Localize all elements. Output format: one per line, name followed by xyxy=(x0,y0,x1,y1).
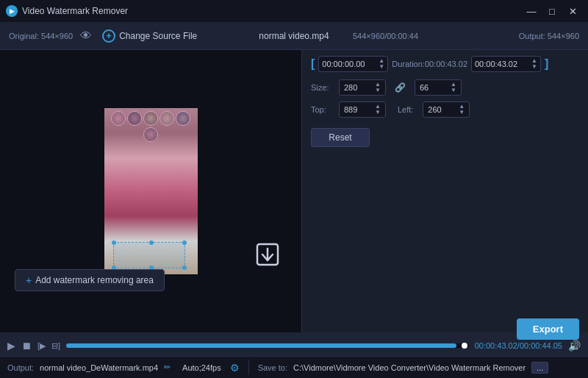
top-down[interactable]: ▼ xyxy=(375,110,381,115)
clip-start-button[interactable]: [▶ xyxy=(37,341,46,351)
photo-circle xyxy=(159,111,174,126)
left-input-group: ▲ ▼ xyxy=(423,101,470,118)
photo-circle xyxy=(143,111,158,126)
time-display: 00:00:43.02/00:00:44.05 xyxy=(475,341,562,350)
progress-bar-fill xyxy=(66,343,456,348)
time-range-controls: [ ▲ ▼ Duration:00:00:43.02 ▲ ▼ ] xyxy=(311,56,579,72)
start-time-spin: ▲ ▼ xyxy=(379,58,384,70)
left-down[interactable]: ▼ xyxy=(459,110,465,115)
output-format: Auto;24fps xyxy=(182,363,221,372)
video-frame xyxy=(104,108,198,274)
end-time-input-group: ▲ ▼ xyxy=(471,56,541,72)
watermark-selection-box[interactable] xyxy=(113,242,185,268)
add-watermark-label: Add watermark removing area xyxy=(35,275,154,285)
photo-circle xyxy=(176,111,190,126)
top-input-group: ▲ ▼ xyxy=(339,101,386,118)
end-time-spin: ▲ ▼ xyxy=(531,58,537,70)
maximize-button[interactable]: □ xyxy=(542,4,562,18)
original-size-label: Original: 544×960 xyxy=(9,32,73,40)
photo-circle xyxy=(111,111,126,126)
volume-icon[interactable]: 🔊 xyxy=(568,340,581,352)
output-label: Output: xyxy=(7,363,34,372)
width-input-group: ▲ ▼ xyxy=(339,79,386,96)
save-path-value: C:\Vidmore\Vidmore Video Converter\Video… xyxy=(293,363,526,372)
left-label: Left: xyxy=(398,105,413,114)
resize-handle-br[interactable] xyxy=(182,265,187,270)
save-to-label: Save to: xyxy=(258,363,287,372)
top-label: Top: xyxy=(311,105,333,114)
stop-button[interactable]: ⏹ xyxy=(21,340,32,352)
reset-button[interactable]: Reset xyxy=(311,128,370,147)
top-spin: ▲ ▼ xyxy=(375,104,381,115)
height-down[interactable]: ▼ xyxy=(451,88,456,93)
photo-circle xyxy=(143,127,158,142)
browse-button[interactable]: ... xyxy=(531,362,548,374)
app-icon: ▶ xyxy=(6,5,18,17)
split-button[interactable]: ⊟] xyxy=(51,341,60,351)
main-area: + Add watermark removing area [ xyxy=(0,50,588,378)
close-button[interactable]: ✕ xyxy=(563,4,582,18)
bracket-right: ] xyxy=(545,57,548,71)
end-time-down[interactable]: ▼ xyxy=(531,64,537,70)
content-row: + Add watermark removing area [ xyxy=(0,50,588,332)
start-time-input[interactable] xyxy=(322,60,377,68)
add-icon: + xyxy=(102,29,115,43)
settings-icon[interactable]: ⚙ xyxy=(230,362,240,374)
bracket-left: [ xyxy=(311,57,315,71)
size-label: Size: xyxy=(311,83,333,92)
width-down[interactable]: ▼ xyxy=(375,88,381,93)
height-input[interactable] xyxy=(420,83,449,92)
left-spin: ▲ ▼ xyxy=(459,104,465,115)
width-spin: ▲ ▼ xyxy=(375,82,381,93)
change-source-label: Change Source File xyxy=(119,31,197,41)
position-row: Top: ▲ ▼ Left: ▲ ▼ xyxy=(311,101,579,118)
add-watermark-button[interactable]: + Add watermark removing area xyxy=(15,269,165,291)
start-time-down[interactable]: ▼ xyxy=(379,64,384,70)
edit-icon[interactable]: ✏ xyxy=(164,363,171,372)
left-input[interactable] xyxy=(428,105,457,114)
height-input-group: ▲ ▼ xyxy=(415,79,462,96)
photo-circles xyxy=(106,111,196,142)
total-time: 00:00:44.05 xyxy=(520,341,562,350)
title-bar-left: ▶ Video Watermark Remover xyxy=(6,5,128,17)
minimize-button[interactable]: — xyxy=(522,4,541,18)
link-icon: 🔗 xyxy=(395,82,406,93)
video-frame-inner xyxy=(104,108,198,274)
top-bar: Original: 544×960 👁 + Change Source File… xyxy=(0,22,588,50)
title-controls: — □ ✕ xyxy=(522,4,582,18)
bottom-bar: Output: normal video_DeWatermark.mp4 ✏ A… xyxy=(0,356,588,378)
change-source-button[interactable]: + Change Source File xyxy=(102,29,197,43)
height-spin: ▲ ▼ xyxy=(451,82,456,93)
timeline-section: ▶ ⏹ [▶ ⊟] 00:00:43.02/00:00:44.05 🔊 xyxy=(0,332,588,359)
resize-handle-tl[interactable] xyxy=(112,240,116,245)
end-time-input[interactable] xyxy=(475,60,530,68)
video-preview-area: + Add watermark removing area xyxy=(0,50,301,332)
add-watermark-section: + Add watermark removing area xyxy=(15,269,165,291)
duration-label: Duration:00:00:43.02 xyxy=(392,60,467,68)
top-input[interactable] xyxy=(344,105,373,114)
plus-icon: + xyxy=(26,274,32,286)
resize-handle-tr[interactable] xyxy=(182,240,187,245)
file-name-label: normal video.mp4 xyxy=(259,31,329,41)
play-button[interactable]: ▶ xyxy=(7,340,15,352)
output-filename: normal video_DeWatermark.mp4 xyxy=(40,363,158,372)
app-title: Video Watermark Remover xyxy=(22,6,128,16)
export-button[interactable]: Export xyxy=(517,318,579,340)
photo-circle xyxy=(127,111,142,126)
title-bar: ▶ Video Watermark Remover — □ ✕ xyxy=(0,0,588,22)
progress-thumb xyxy=(462,343,467,349)
resize-handle-tm[interactable] xyxy=(149,240,154,245)
width-input[interactable] xyxy=(344,83,373,92)
progress-bar[interactable] xyxy=(66,343,469,348)
separator xyxy=(248,360,249,375)
output-size-label: Output: 544×960 xyxy=(519,32,579,40)
current-time: 00:00:43.02 xyxy=(475,341,517,350)
start-time-input-group: ▲ ▼ xyxy=(318,56,388,72)
download-arrow-icon xyxy=(256,243,279,274)
right-panel: [ ▲ ▼ Duration:00:00:43.02 ▲ ▼ ] xyxy=(301,50,588,332)
file-info-label: 544×960/00:00:44 xyxy=(353,32,418,40)
size-row: Size: ▲ ▼ 🔗 ▲ ▼ xyxy=(311,79,579,96)
preview-eye-button[interactable]: 👁 xyxy=(80,29,92,43)
